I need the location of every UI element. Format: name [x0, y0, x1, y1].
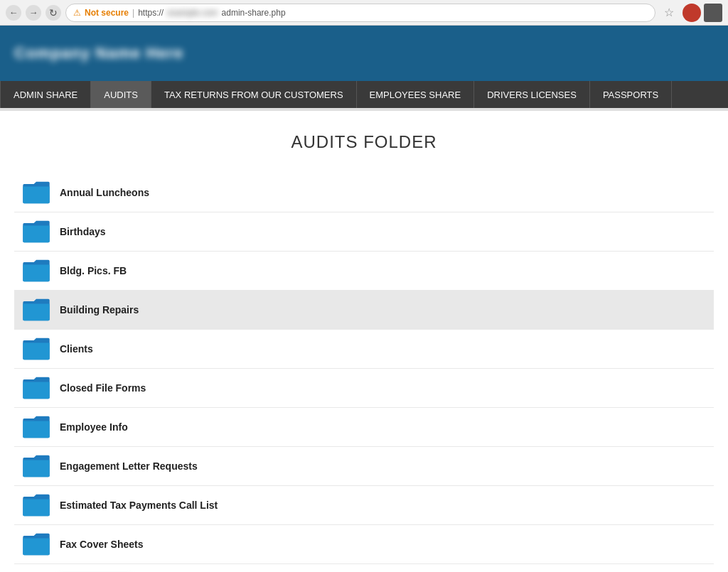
- folder-item-estimated-tax[interactable]: Estimated Tax Payments Call List: [14, 486, 714, 525]
- folder-item-engagement-letter[interactable]: Engagement Letter Requests: [14, 447, 714, 486]
- folder-icon: [21, 415, 51, 439]
- folder-icon: [21, 454, 51, 478]
- folder-item-clients[interactable]: Clients: [14, 330, 714, 369]
- profile-icon: [682, 4, 701, 22]
- folder-item-bldg-pics[interactable]: Bldg. Pics. FB: [14, 252, 714, 291]
- nav-item-drivers-licenses[interactable]: DRIVERS LICENSES: [474, 81, 590, 108]
- folder-item-blurred-item[interactable]: ██████████: [14, 564, 714, 572]
- folder-item-building-repairs[interactable]: Building Repairs: [14, 291, 714, 330]
- folder-icon: [21, 532, 51, 556]
- back-button[interactable]: ←: [6, 5, 21, 21]
- nav-item-employees-share[interactable]: EMPLOYEES SHARE: [357, 81, 475, 108]
- folder-item-birthdays[interactable]: Birthdays: [14, 212, 714, 252]
- folder-icon: [21, 298, 51, 322]
- folder-name: Bldg. Pics. FB: [60, 265, 127, 276]
- folder-icon: [21, 376, 51, 400]
- page-title: AUDITS FOLDER: [14, 132, 714, 152]
- folder-icon: [21, 493, 51, 517]
- browser-toolbar: ← → ↻ ⚠ Not secure | https:// example.co…: [0, 0, 728, 26]
- folder-name: Engagement Letter Requests: [60, 460, 198, 472]
- folder-name: Birthdays: [60, 226, 106, 237]
- url-domain: example.com: [167, 8, 218, 18]
- folder-item-fax-cover[interactable]: Fax Cover Sheets: [14, 525, 714, 564]
- folder-icon: [21, 337, 51, 361]
- folder-name: Annual Luncheons: [60, 187, 149, 198]
- site-header: Company Name Here: [0, 26, 728, 81]
- https-label: https://: [138, 8, 164, 18]
- reload-button[interactable]: ↻: [46, 5, 61, 21]
- folder-icon: [21, 180, 51, 205]
- forward-button[interactable]: →: [26, 5, 41, 21]
- bookmark-button[interactable]: ☆: [660, 4, 678, 22]
- folder-name: Estimated Tax Payments Call List: [60, 500, 218, 511]
- folder-name: Employee Info: [60, 421, 128, 433]
- folder-item-employee-info[interactable]: Employee Info: [14, 408, 714, 447]
- nav-item-admin-share[interactable]: ADMIN SHARE: [0, 81, 91, 108]
- folder-name: Building Repairs: [60, 304, 139, 315]
- folder-item-closed-file-forms[interactable]: Closed File Forms: [14, 369, 714, 408]
- address-bar[interactable]: ⚠ Not secure | https:// example.com admi…: [65, 4, 655, 22]
- extension-icon: [704, 4, 722, 22]
- folder-item-annual-luncheons[interactable]: Annual Luncheons: [14, 173, 714, 212]
- folder-name: Closed File Forms: [60, 382, 146, 394]
- folder-name: Fax Cover Sheets: [60, 539, 144, 550]
- security-label: Not secure: [85, 8, 129, 18]
- main-content: AUDITS FOLDER Annual LuncheonsBirthdaysB…: [0, 111, 728, 572]
- warning-icon: ⚠: [73, 8, 81, 18]
- folder-name: Clients: [60, 343, 93, 355]
- profile-area: [682, 4, 722, 22]
- folder-icon: [21, 259, 51, 283]
- folder-list: Annual LuncheonsBirthdaysBldg. Pics. FBB…: [14, 173, 714, 572]
- nav-item-passports[interactable]: PASSPORTS: [590, 81, 672, 108]
- folder-icon: [21, 220, 51, 244]
- nav-item-audits[interactable]: AUDITS: [91, 81, 151, 108]
- main-nav: ADMIN SHAREAUDITSTAX RETURNS FROM OUR CU…: [0, 81, 728, 108]
- url-path: admin-share.php: [222, 8, 286, 18]
- site-logo: Company Name Here: [14, 44, 183, 63]
- nav-item-tax-returns[interactable]: TAX RETURNS FROM OUR CUSTOMERS: [151, 81, 357, 108]
